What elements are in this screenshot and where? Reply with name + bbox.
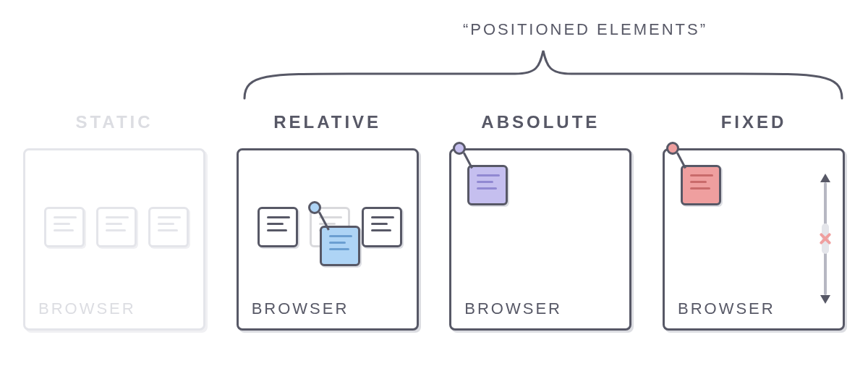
title-relative: RELATIVE — [273, 112, 381, 132]
pin-icon — [308, 201, 334, 227]
x-icon — [817, 231, 833, 247]
svg-marker-1 — [820, 295, 830, 304]
title-static: STATIC — [75, 112, 153, 132]
panel-label: BROWSER — [252, 299, 349, 318]
document-icon — [148, 207, 189, 247]
document-offset-icon — [320, 226, 360, 266]
scrollbar-disabled-icon — [818, 174, 833, 304]
panel-label: BROWSER — [38, 299, 136, 318]
browser-panel-fixed: BROWSER — [663, 148, 845, 331]
document-icon — [258, 207, 298, 247]
title-fixed: FIXED — [721, 112, 787, 132]
panel-label: BROWSER — [678, 299, 775, 318]
document-icon — [362, 207, 402, 247]
browser-panel-static: BROWSER — [23, 148, 205, 331]
document-fixed-icon — [681, 165, 721, 205]
column-absolute: ABSOLUTE BROWSER — [446, 112, 634, 331]
pin-icon — [453, 142, 479, 168]
document-icon — [96, 207, 137, 247]
document-absolute-icon — [467, 165, 508, 205]
column-static: STATIC BROWSER — [20, 112, 208, 331]
curly-brace — [240, 45, 846, 103]
document-icon — [44, 207, 85, 247]
browser-panel-relative: BROWSER — [237, 148, 419, 331]
panel-label: BROWSER — [464, 299, 562, 318]
title-absolute: ABSOLUTE — [481, 112, 600, 132]
browser-panel-absolute: BROWSER — [449, 148, 631, 331]
column-relative: RELATIVE BROWSER — [234, 112, 422, 331]
section-heading: “POSITIONED ELEMENTS” — [463, 20, 707, 39]
svg-marker-0 — [820, 174, 830, 182]
pin-icon — [666, 142, 692, 168]
column-fixed: FIXED BROWSER — [660, 112, 848, 331]
